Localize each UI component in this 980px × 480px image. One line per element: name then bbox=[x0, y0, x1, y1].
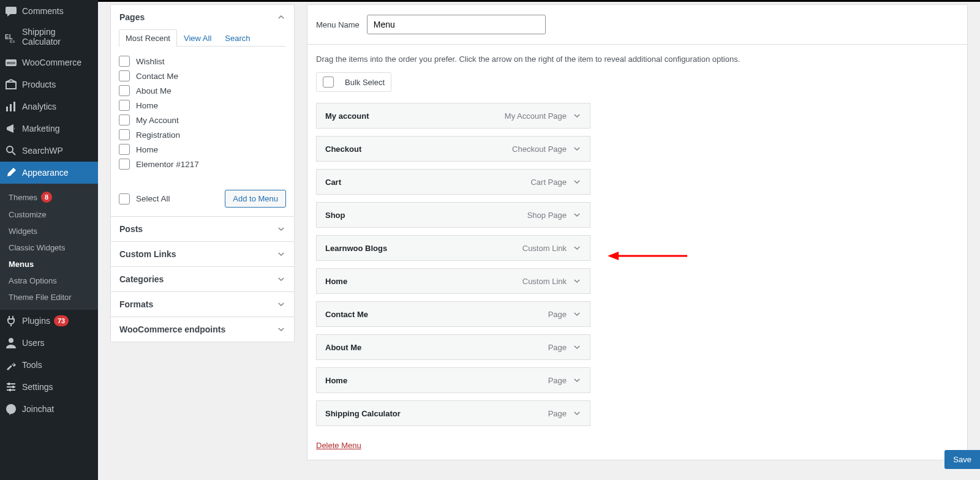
chevron-down-icon[interactable] bbox=[573, 376, 581, 384]
menu-item[interactable]: HomeCustom Link bbox=[316, 268, 590, 294]
comment-icon bbox=[5, 5, 17, 17]
panel-custom-links[interactable]: Custom Links bbox=[110, 241, 295, 267]
elex-icon bbox=[5, 31, 17, 43]
page-option[interactable]: Registration bbox=[119, 127, 284, 142]
page-option[interactable]: My Account bbox=[119, 113, 284, 127]
panel-formats[interactable]: Formats bbox=[110, 291, 295, 317]
tab-search[interactable]: Search bbox=[218, 29, 257, 47]
submenu-item[interactable]: Astra Options bbox=[0, 272, 98, 289]
sliders-icon bbox=[5, 381, 17, 393]
bulk-select[interactable]: Bulk Select bbox=[316, 72, 391, 92]
menu-item-title: Home bbox=[325, 277, 347, 286]
chevron-down-icon[interactable] bbox=[573, 211, 581, 219]
sidebar-item-label: WooCommerce bbox=[22, 58, 81, 67]
menu-item-title: About Me bbox=[325, 343, 361, 352]
chevron-down-icon bbox=[277, 250, 285, 258]
menu-item[interactable]: Learnwoo BlogsCustom Link bbox=[316, 235, 590, 261]
chevron-down-icon[interactable] bbox=[573, 111, 581, 120]
menu-item-type: Custom Link bbox=[522, 277, 567, 286]
update-badge: 8 bbox=[41, 192, 52, 203]
page-option[interactable]: Home bbox=[119, 142, 284, 157]
panel-woocommerce-endpoints[interactable]: WooCommerce endpoints bbox=[110, 317, 295, 342]
menu-name-label: Menu Name bbox=[316, 20, 360, 29]
page-option-label: Elementor #1217 bbox=[136, 160, 199, 169]
page-option[interactable]: Elementor #1217 bbox=[119, 157, 284, 171]
chevron-down-icon[interactable] bbox=[573, 310, 581, 318]
menu-item[interactable]: About MePage bbox=[316, 334, 590, 360]
sidebar-item-shipcalc[interactable]: Shipping Calculator bbox=[0, 22, 98, 51]
checkbox-icon bbox=[119, 129, 130, 140]
menu-item[interactable]: HomePage bbox=[316, 367, 590, 393]
page-option[interactable]: About Me bbox=[119, 83, 284, 98]
panel-categories[interactable]: Categories bbox=[110, 266, 295, 292]
pages-tabs: Most RecentView AllSearch bbox=[119, 29, 286, 47]
sidebar-item-tools[interactable]: Tools bbox=[0, 354, 98, 376]
tab-view-all[interactable]: View All bbox=[177, 29, 218, 47]
delete-menu-link[interactable]: Delete Menu bbox=[316, 441, 361, 450]
page-option-label: Home bbox=[136, 145, 158, 154]
sidebar-item-label: Settings bbox=[22, 382, 53, 392]
chevron-down-icon bbox=[277, 325, 285, 334]
bulk-select-label: Bulk Select bbox=[345, 78, 385, 87]
menu-name-input[interactable] bbox=[367, 15, 546, 34]
pages-list[interactable]: WishlistContact MeAbout MeHomeMy Account… bbox=[119, 54, 286, 181]
sidebar-item-marketing[interactable]: Marketing bbox=[0, 118, 98, 140]
sidebar-item-woocommerce[interactable]: WooCommerce bbox=[0, 51, 98, 73]
menu-item[interactable]: Shipping CalculatorPage bbox=[316, 400, 590, 426]
page-option-label: Registration bbox=[136, 130, 180, 140]
sidebar-item-label: Products bbox=[22, 80, 56, 89]
wrench-icon bbox=[5, 359, 17, 371]
select-all[interactable]: Select All bbox=[119, 192, 170, 206]
page-option-label: Contact Me bbox=[136, 72, 178, 81]
menu-item[interactable]: My accountMy Account Page bbox=[316, 103, 590, 129]
sidebar-item-appearance[interactable]: Appearance bbox=[0, 162, 98, 184]
submenu-item[interactable]: Themes8 bbox=[0, 188, 98, 206]
search-icon bbox=[5, 144, 17, 157]
add-to-menu-button[interactable]: Add to Menu bbox=[225, 190, 286, 208]
chevron-down-icon[interactable] bbox=[573, 409, 581, 418]
sidebar-item-users[interactable]: Users bbox=[0, 332, 98, 354]
menu-item[interactable]: CheckoutCheckout Page bbox=[316, 136, 590, 162]
checkbox-icon bbox=[119, 114, 130, 126]
sidebar-item-joinchat[interactable]: Joinchat bbox=[0, 398, 98, 420]
page-option[interactable]: Contact Me bbox=[119, 69, 284, 83]
sidebar-item-label: Shipping Calculator bbox=[22, 27, 92, 47]
page-option[interactable]: Wishlist bbox=[119, 54, 284, 69]
menu-item-type: Shop Page bbox=[527, 211, 567, 220]
sidebar-item-settings[interactable]: Settings bbox=[0, 376, 98, 398]
sidebar-item-products[interactable]: Products bbox=[0, 73, 98, 96]
submenu-item[interactable]: Menus bbox=[0, 256, 98, 272]
sidebar-item-label: Users bbox=[22, 338, 45, 348]
sidebar-item-comments[interactable]: Comments bbox=[0, 0, 98, 22]
pages-panel-title: Pages bbox=[119, 12, 145, 22]
page-option[interactable]: Home bbox=[119, 98, 284, 113]
menu-item-type: Page bbox=[548, 343, 567, 352]
submenu-item[interactable]: Classic Widgets bbox=[0, 239, 98, 256]
sidebar-item-label: Tools bbox=[22, 360, 42, 370]
submenu-item[interactable]: Theme File Editor bbox=[0, 289, 98, 306]
sidebar-item-analytics[interactable]: Analytics bbox=[0, 96, 98, 118]
menu-item[interactable]: CartCart Page bbox=[316, 169, 590, 195]
submenu-label: Classic Widgets bbox=[9, 243, 65, 252]
submenu-item[interactable]: Customize bbox=[0, 206, 98, 223]
sidebar-item-label: Comments bbox=[22, 6, 64, 16]
chevron-down-icon[interactable] bbox=[573, 144, 581, 153]
add-items-column: Pages Most RecentView AllSearch Wishlist… bbox=[110, 4, 295, 460]
submenu-item[interactable]: Widgets bbox=[0, 223, 98, 239]
tab-most-recent[interactable]: Most Recent bbox=[119, 29, 177, 47]
chevron-down-icon[interactable] bbox=[573, 244, 581, 252]
sidebar-item-plugins[interactable]: Plugins73 bbox=[0, 310, 98, 332]
select-all-label: Select All bbox=[136, 194, 170, 203]
pages-panel-header[interactable]: Pages bbox=[111, 5, 294, 29]
chevron-down-icon[interactable] bbox=[573, 178, 581, 186]
menu-item[interactable]: Contact MePage bbox=[316, 301, 590, 327]
menu-item-title: Checkout bbox=[325, 144, 361, 154]
panel-posts[interactable]: Posts bbox=[110, 216, 295, 242]
chevron-down-icon[interactable] bbox=[573, 277, 581, 285]
chevron-down-icon[interactable] bbox=[573, 343, 581, 351]
save-menu-button[interactable]: Save bbox=[944, 450, 980, 469]
menu-item-title: Learnwoo Blogs bbox=[325, 244, 387, 253]
sidebar-item-searchwp[interactable]: SearchWP bbox=[0, 140, 98, 162]
panel-title: Custom Links bbox=[119, 249, 176, 259]
menu-item[interactable]: ShopShop Page bbox=[316, 202, 590, 228]
